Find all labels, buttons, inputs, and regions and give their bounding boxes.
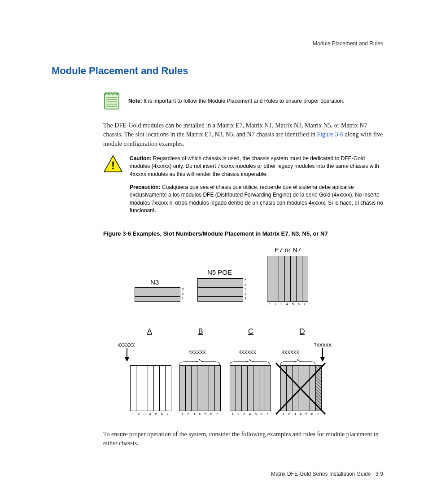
caution-label-es: Precaución:	[130, 184, 161, 190]
caution-text: Regardless of which chassis is used, the…	[130, 155, 379, 177]
slot-num: 6	[296, 302, 301, 306]
slot-num: 6	[208, 412, 214, 416]
caution-es: Precaución: Cualquiera que sea el chasis…	[130, 184, 383, 215]
slot-num: 2	[182, 292, 183, 296]
slot-num: 3	[191, 412, 197, 416]
intro-paragraph: The DFE-Gold modules can be installed in…	[103, 121, 383, 149]
page-footer: Matrix DFE-Gold Series Installation Guid…	[271, 471, 383, 477]
slot-num: 2	[273, 302, 279, 306]
e7-slot-numbers: 1 2 3 4 5 6 7	[267, 302, 307, 306]
closing-paragraph: To ensure proper operation of the system…	[103, 430, 383, 448]
example-a-letter: A	[147, 328, 152, 336]
slot-num: 5	[153, 412, 159, 416]
n3-chassis	[135, 287, 180, 302]
n3-label: N3	[150, 278, 159, 286]
slot-num: 6	[258, 412, 264, 416]
example-b-nums: 1234567	[179, 412, 220, 416]
slot-num: 4	[148, 412, 153, 416]
figure-3-6: N3 3 2 1 N5 POE 5 4 3 2 1 E7 or N7 1 2 3…	[103, 246, 383, 430]
slot-num: 6	[159, 412, 165, 416]
note-label: Note:	[128, 98, 142, 104]
brace-icon	[179, 355, 220, 365]
example-a-nums: 1234567	[130, 412, 170, 416]
slot-num: 2	[136, 412, 142, 416]
notepad-icon	[103, 90, 120, 110]
slot-num: 5	[290, 302, 296, 306]
example-b-box	[179, 365, 221, 411]
n5-slot-numbers: 5 4 3 2 1	[245, 278, 246, 301]
slot-num: 1	[245, 296, 246, 301]
example-d-letter: D	[300, 328, 305, 336]
mod-c-label: 4XXXXX	[239, 350, 256, 355]
section-title: Module Placement and Rules	[52, 65, 383, 77]
arrow-shaft	[322, 348, 323, 357]
slot-num: 7	[165, 412, 170, 416]
slot-num: 3	[142, 412, 148, 416]
slot-num: 3	[245, 287, 246, 292]
slot-num: 2	[185, 412, 191, 416]
running-header: Module Placement and Rules	[313, 40, 383, 47]
svg-rect-0	[105, 93, 119, 109]
slot-num: 3	[279, 302, 284, 306]
figure-link[interactable]: Figure 3-6	[317, 131, 343, 138]
slot-num: 7	[301, 302, 307, 306]
slot-num: 4	[247, 412, 253, 416]
slot-num: 1	[182, 296, 183, 301]
footer-page: 3-9	[376, 471, 383, 477]
slot-num: 7	[214, 412, 220, 416]
invalid-x-icon	[274, 361, 328, 416]
caution-label: Caution:	[130, 155, 152, 162]
slot-num: 4	[245, 283, 246, 287]
slot-num: 7	[264, 412, 270, 416]
n5-label: N5 POE	[207, 268, 232, 276]
slot-num: 3	[182, 287, 183, 292]
mod-a-label: 4XXXXX	[118, 343, 135, 348]
svg-text:!: !	[111, 159, 115, 171]
example-b-letter: B	[198, 328, 203, 336]
mod-b-label: 4XXXXX	[188, 350, 206, 355]
caution-en: Caution: Regardless of which chassis is …	[130, 155, 383, 178]
note-block: Note: It is important to follow the Modu…	[103, 90, 383, 110]
slot-num: 5	[202, 412, 208, 416]
n3-slot-numbers: 3 2 1	[182, 287, 183, 301]
slot-num: 5	[253, 412, 258, 416]
slot-num: 2	[245, 292, 246, 296]
n5-chassis	[197, 278, 243, 302]
footer-book: Matrix DFE-Gold Series Installation Guid…	[271, 471, 371, 477]
note-text: Note: It is important to follow the Modu…	[128, 90, 345, 105]
slot-num: 4	[284, 302, 290, 306]
e7-label: E7 or N7	[275, 246, 301, 254]
slot-num: 3	[241, 412, 247, 416]
e7-chassis	[267, 256, 308, 302]
example-a-box	[130, 365, 171, 411]
warning-icon: !	[103, 155, 123, 173]
note-body: It is important to follow the Module Pla…	[144, 98, 345, 104]
example-c-nums: 1234567	[230, 412, 270, 416]
arrow-down-icon	[125, 357, 129, 362]
slot-num: 2	[236, 412, 241, 416]
mod-d4-label: 4XXXXX	[282, 350, 299, 355]
slot-num: 1	[267, 302, 273, 306]
caution-text-es: Cualquiera que sea el chasis que utilice…	[130, 184, 383, 214]
slot-num: 1	[230, 412, 236, 416]
slot-num: 1	[130, 412, 136, 416]
example-c-box	[230, 365, 271, 411]
slot-num: 4	[197, 412, 203, 416]
brace-icon	[230, 355, 270, 365]
figure-caption: Figure 3-6 Examples, Slot Numbers/Module…	[103, 230, 383, 237]
slot-num: 1	[179, 412, 185, 416]
example-c-letter: C	[248, 328, 253, 336]
mod-d7-label: 7XXXXX	[314, 343, 332, 348]
arrow-shaft	[127, 348, 127, 357]
slot-num: 5	[245, 278, 246, 283]
caution-block: ! Caution: Regardless of which chassis i…	[103, 155, 383, 220]
